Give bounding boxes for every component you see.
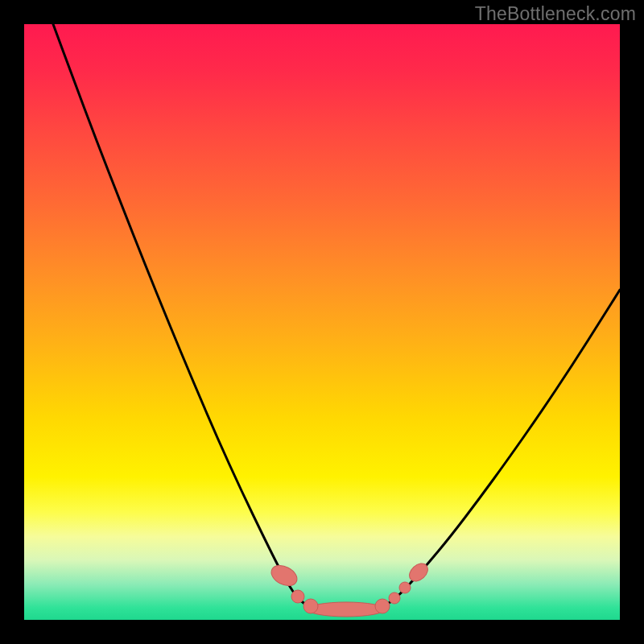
bottleneck-curve <box>53 24 620 610</box>
curve-marker <box>291 590 304 603</box>
watermark-text: TheBottleneck.com <box>475 3 636 25</box>
curve-path <box>53 24 620 610</box>
curve-marker <box>389 592 400 604</box>
chart-frame: TheBottleneck.com <box>0 0 644 644</box>
plot-area <box>24 24 620 620</box>
curve-marker <box>303 599 318 613</box>
curve-svg <box>24 24 620 620</box>
curve-marker <box>308 602 385 617</box>
curve-marker <box>268 561 300 589</box>
curve-marker <box>375 599 390 613</box>
curve-marker <box>399 582 411 593</box>
curve-markers <box>268 560 431 617</box>
